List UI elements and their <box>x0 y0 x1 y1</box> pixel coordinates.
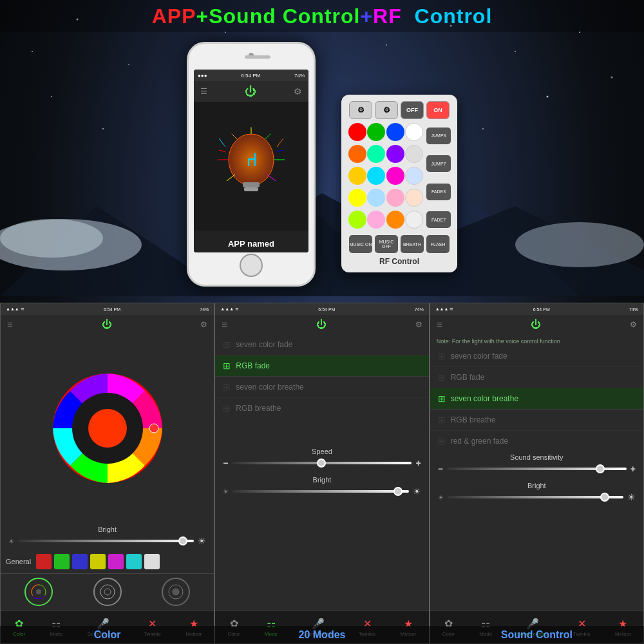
remote-color-green[interactable] <box>367 123 385 141</box>
preset-red[interactable] <box>36 554 52 569</box>
panel3-mode-seven-fade[interactable]: ⊞ seven color fade <box>430 346 643 367</box>
panel1-signal: ▲▲▲ ≋ <box>6 307 24 312</box>
panel1-battery: 74% <box>200 307 209 312</box>
remote-color-peach[interactable] <box>405 189 423 207</box>
remote-color-yellow-orange[interactable] <box>348 167 366 185</box>
remote-off-btn[interactable]: OFF <box>401 101 424 119</box>
panel1-wheel-icon <box>30 583 48 601</box>
svg-point-43 <box>100 585 115 599</box>
panel3-battery: 74% <box>629 307 638 312</box>
remote-color-light-blue[interactable] <box>405 167 423 185</box>
remote-color-blue[interactable] <box>386 123 404 141</box>
panel1-power-icon[interactable]: ⏻ <box>102 319 112 330</box>
panel1-bright-thumb[interactable] <box>178 536 187 545</box>
panel3-menu-icon[interactable]: ☰ <box>437 321 442 328</box>
remote-fade7[interactable]: FADE7 <box>426 211 451 228</box>
svg-line-23 <box>232 134 237 139</box>
phone-home-button[interactable] <box>240 254 263 277</box>
remote-bottom-row: MUSIC ON MUSIC OFF BREATH FLASH <box>348 235 451 253</box>
panel1-bright-track[interactable] <box>18 540 194 542</box>
panel2-menu-icon[interactable]: ☰ <box>222 321 227 328</box>
remote-color-red[interactable] <box>348 123 366 141</box>
svg-line-25 <box>265 134 270 139</box>
preset-yellow[interactable] <box>90 554 106 569</box>
remote-color-pink[interactable] <box>386 167 404 185</box>
remote-flash[interactable]: FLASH <box>426 235 450 253</box>
panel3-status: ▲▲▲ ≋ 6:54 PM 74% <box>430 303 643 315</box>
preset-cyan[interactable] <box>126 554 142 569</box>
remote-color-rose[interactable] <box>367 211 385 229</box>
remote-color-cyan[interactable] <box>367 167 385 185</box>
panel3-mode-seven-breathe[interactable]: ⊞ seven color breathe <box>430 388 643 410</box>
settings-icon[interactable]: ⚙ <box>294 86 302 97</box>
panel3-mode-rgb-fade[interactable]: ⊞ RGB fade <box>430 367 643 388</box>
remote-color-sky[interactable] <box>367 189 385 207</box>
panel2-signal: ▲▲▲ ≋ <box>220 307 239 312</box>
panel2-mode-rgb-fade[interactable]: ⊞ RGB fade <box>215 355 428 377</box>
remote-color-yellow[interactable] <box>348 189 366 207</box>
remote-gear2[interactable]: ⚙ <box>375 101 398 119</box>
panel2-settings-icon[interactable]: ⚙ <box>415 320 422 329</box>
remote-color-mint[interactable] <box>367 145 385 163</box>
preset-purple[interactable] <box>108 554 124 569</box>
remote-color-white[interactable] <box>405 123 423 141</box>
remote-music-off[interactable]: MUSIC OFF <box>375 235 398 253</box>
remote-color-purple[interactable] <box>386 145 404 163</box>
remote-breath[interactable]: BREATH <box>401 235 424 253</box>
panel3-seven-fade-icon: ⊞ <box>438 351 446 361</box>
panel2-mode-rgb-breathe[interactable]: ⊞ RGB breathe <box>215 398 428 419</box>
panel3-sound-plus[interactable]: + <box>630 464 636 474</box>
remote-color-warm-white[interactable] <box>405 145 423 163</box>
remote-row-4 <box>348 189 424 207</box>
panel2-bright-track[interactable] <box>232 490 408 493</box>
remote-music-on[interactable]: MUSIC ON <box>349 235 372 253</box>
panel3-settings-icon[interactable]: ⚙ <box>630 320 637 329</box>
color-wheel-container[interactable] <box>1 334 214 522</box>
preset-green[interactable] <box>54 554 70 569</box>
panel1-settings-icon[interactable]: ⚙ <box>200 320 207 329</box>
panel2-speed-thumb[interactable] <box>317 459 326 468</box>
preset-blue[interactable] <box>72 554 88 569</box>
remote-color-orange[interactable] <box>348 145 366 163</box>
svg-line-36 <box>277 138 283 147</box>
preset-white[interactable] <box>144 554 160 569</box>
svg-line-34 <box>267 175 276 181</box>
panel2-speed-track[interactable] <box>232 462 412 464</box>
panel3-sound-thumb[interactable] <box>596 464 605 473</box>
panel3-bright-track[interactable] <box>448 496 623 498</box>
panel3-sound-minus[interactable]: − <box>438 464 443 474</box>
remote-jump3[interactable]: JUMP3 <box>426 128 451 144</box>
panel1-menu-icon[interactable]: ☰ <box>7 321 13 328</box>
panel2-sun-right: ☀ <box>413 486 421 497</box>
panel3-mode-rgb-breathe[interactable]: ⊞ RGB breathe <box>430 410 643 431</box>
remote-color-amber[interactable] <box>386 211 404 229</box>
panel2-mode-seven-breathe[interactable]: ⊞ seven color breathe <box>215 377 428 398</box>
panel2-time: 6:54 PM <box>318 307 335 312</box>
header-plus2: + <box>360 5 373 28</box>
remote-color-cool-white[interactable] <box>405 211 423 229</box>
panel1-wheel-btn[interactable] <box>24 578 53 606</box>
panel2-power-icon[interactable]: ⏻ <box>316 319 327 330</box>
panel3-bright-thumb[interactable] <box>600 493 609 502</box>
panel2-mode-seven-fade[interactable]: ⊞ seven color fade <box>215 334 428 355</box>
panel2-speed-minus[interactable]: − <box>223 458 228 468</box>
panel3-power-icon[interactable]: ⏻ <box>531 319 541 330</box>
panel2-speed-plus[interactable]: + <box>415 458 421 468</box>
menu-icon[interactable]: ☰ <box>200 87 207 96</box>
remote-on-btn[interactable]: ON <box>426 101 450 119</box>
panel2-bright-thumb[interactable] <box>393 487 402 496</box>
remote-row-3 <box>348 167 424 185</box>
panel2-topbar: ☰ ⏻ ⚙ <box>215 315 428 334</box>
panel3-mode-red-green[interactable]: ⊞ red & green fade <box>430 431 643 450</box>
panel1-grey-btn[interactable] <box>162 578 190 606</box>
svg-point-40 <box>149 424 158 433</box>
power-icon[interactable]: ⏻ <box>245 85 256 99</box>
remote-gear1[interactable]: ⚙ <box>349 101 372 119</box>
remote-fade3[interactable]: FADE3 <box>426 184 451 200</box>
header-plus1: + <box>196 5 209 28</box>
panel1-ring-btn[interactable] <box>93 578 122 606</box>
remote-color-lime[interactable] <box>348 211 366 229</box>
remote-jump7[interactable]: JUMP7 <box>426 155 451 172</box>
panel3-sound-track[interactable] <box>447 468 627 470</box>
remote-color-light-pink[interactable] <box>386 189 404 207</box>
